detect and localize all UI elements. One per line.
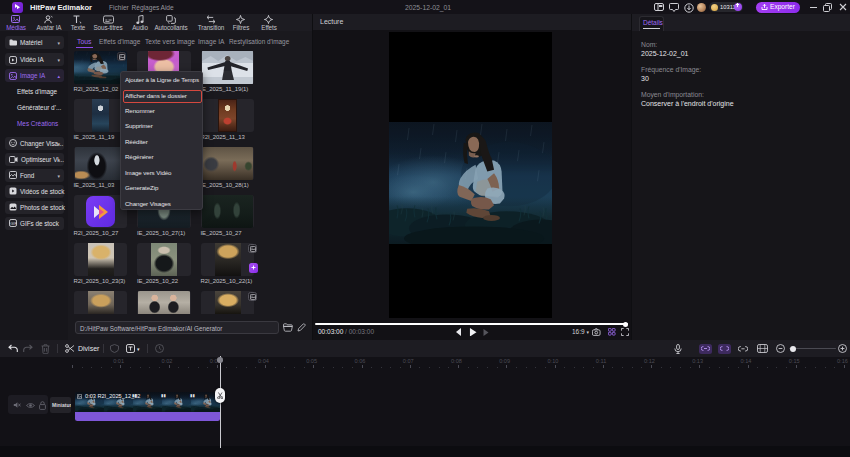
svg-text:GIF: GIF [10,221,17,226]
